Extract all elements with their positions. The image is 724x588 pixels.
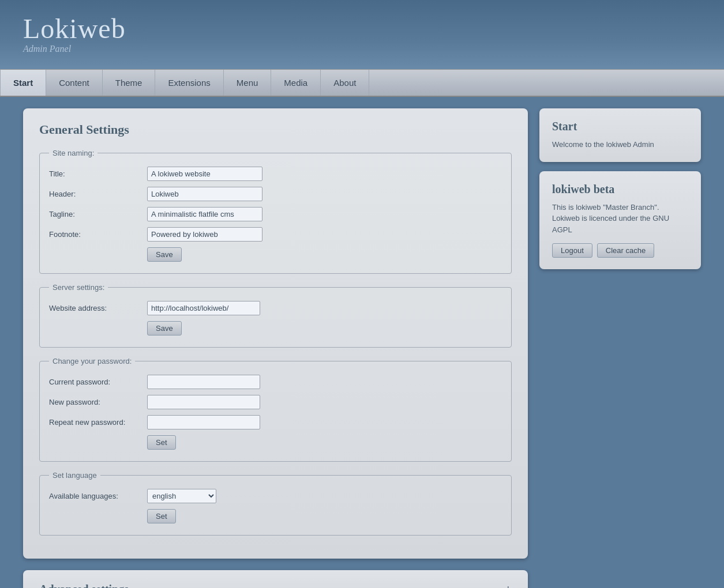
- available-languages-label: Available languages:: [49, 492, 147, 500]
- set-row-1: Set: [49, 435, 502, 450]
- server-settings-legend: Server settings:: [49, 283, 108, 292]
- nav-item-extensions[interactable]: Extensions: [155, 70, 223, 96]
- title-label: Title:: [49, 169, 147, 178]
- nav-item-menu[interactable]: Menu: [224, 70, 272, 96]
- save-row-1: Save: [49, 247, 502, 262]
- website-address-label: Website address:: [49, 304, 147, 312]
- current-password-row: Current password:: [49, 375, 502, 389]
- set-button-1[interactable]: Set: [147, 435, 176, 450]
- current-password-label: Current password:: [49, 378, 147, 386]
- nav-bar: Start Content Theme Extensions Menu Medi…: [0, 69, 724, 97]
- set-row-2: Set: [49, 509, 502, 523]
- nav-item-media[interactable]: Media: [271, 70, 321, 96]
- clear-cache-button[interactable]: Clear cache: [597, 243, 654, 258]
- nav-item-about[interactable]: About: [321, 70, 369, 96]
- nav-item-content[interactable]: Content: [46, 70, 103, 96]
- tagline-input[interactable]: [147, 207, 262, 221]
- beta-box-heading: lokiweb beta: [552, 183, 688, 196]
- language-legend: Set language: [49, 471, 100, 480]
- language-fieldset: Set language Available languages: englis…: [39, 471, 512, 536]
- password-legend: Change your password:: [49, 357, 135, 365]
- start-box-heading: Start: [552, 120, 688, 133]
- password-fieldset: Change your password: Current password: …: [39, 357, 512, 462]
- header-row: Header:: [49, 187, 502, 201]
- title-input[interactable]: [147, 167, 262, 181]
- logo: Lokiweb Admin Panel: [23, 15, 126, 54]
- main-content: General Settings Site naming: Title: Hea…: [0, 97, 724, 588]
- nav-item-start[interactable]: Start: [0, 70, 46, 96]
- save-button-2[interactable]: Save: [147, 321, 182, 336]
- new-password-input[interactable]: [147, 395, 260, 409]
- current-password-input[interactable]: [147, 375, 260, 389]
- title-row: Title:: [49, 167, 502, 181]
- set-button-2[interactable]: Set: [147, 509, 176, 523]
- beta-box-text: This is lokiweb "Master Branch". Lokiweb…: [552, 202, 688, 236]
- left-panel: General Settings Site naming: Title: Hea…: [23, 108, 528, 588]
- nav-item-theme[interactable]: Theme: [103, 70, 156, 96]
- start-box-text: Welcome to the lokiweb Admin: [552, 139, 688, 150]
- header-input[interactable]: [147, 187, 262, 201]
- repeat-password-row: Repeat new password:: [49, 415, 502, 429]
- right-panel: Start Welcome to the lokiweb Admin lokiw…: [539, 108, 701, 269]
- save-button-1[interactable]: Save: [147, 247, 182, 262]
- new-password-label: New password:: [49, 398, 147, 406]
- footnote-row: Footnote:: [49, 227, 502, 242]
- tagline-row: Tagline:: [49, 207, 502, 221]
- save-row-2: Save: [49, 321, 502, 336]
- website-address-row: Website address:: [49, 301, 502, 315]
- advanced-settings-heading: Advanced settings: [39, 583, 129, 589]
- site-naming-fieldset: Site naming: Title: Header: Tagline: Foo…: [39, 149, 512, 274]
- language-row: Available languages: english: [49, 489, 502, 503]
- beta-info-box: lokiweb beta This is lokiweb "Master Bra…: [539, 171, 701, 270]
- header-label: Header:: [49, 190, 147, 198]
- start-info-box: Start Welcome to the lokiweb Admin: [539, 108, 701, 162]
- beta-button-row: Logout Clear cache: [552, 243, 688, 258]
- logout-button[interactable]: Logout: [552, 243, 592, 258]
- footnote-input[interactable]: [147, 227, 262, 242]
- advanced-settings-bar[interactable]: Advanced settings +: [23, 570, 528, 588]
- site-naming-legend: Site naming:: [49, 149, 97, 157]
- website-address-input[interactable]: [147, 301, 260, 315]
- logo-subtitle: Admin Panel: [23, 44, 126, 54]
- expand-icon: +: [504, 582, 512, 588]
- repeat-password-label: Repeat new password:: [49, 418, 147, 427]
- new-password-row: New password:: [49, 395, 502, 409]
- tagline-label: Tagline:: [49, 210, 147, 218]
- header: Lokiweb Admin Panel: [0, 0, 724, 69]
- server-settings-fieldset: Server settings: Website address: Save: [39, 283, 512, 348]
- language-select[interactable]: english: [147, 489, 216, 503]
- footnote-label: Footnote:: [49, 230, 147, 239]
- general-settings-heading: General Settings: [39, 122, 512, 137]
- general-settings-panel: General Settings Site naming: Title: Hea…: [23, 108, 528, 559]
- repeat-password-input[interactable]: [147, 415, 260, 429]
- logo-title: Lokiweb: [23, 15, 126, 43]
